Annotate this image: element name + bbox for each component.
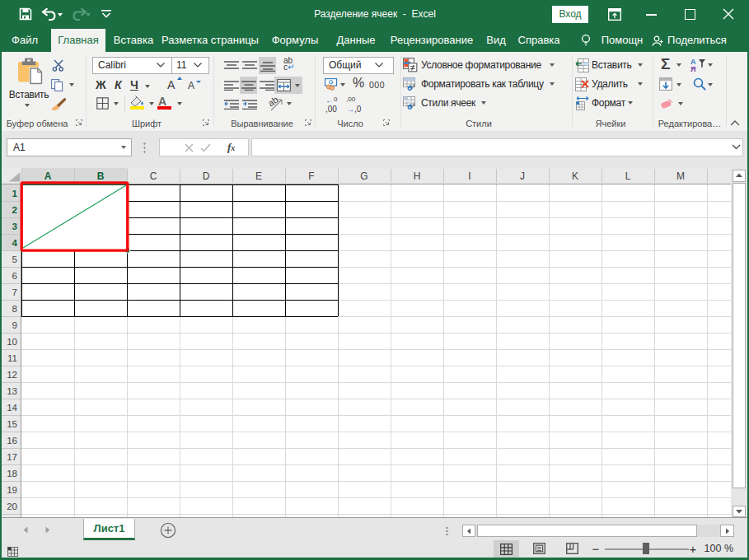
- svg-text:K: K: [572, 170, 578, 182]
- svg-text:B: B: [97, 170, 105, 182]
- svg-text:H: H: [414, 170, 421, 182]
- svg-text:16: 16: [7, 436, 17, 446]
- svg-text:D: D: [203, 170, 210, 182]
- svg-text:13: 13: [7, 386, 17, 396]
- svg-text:9: 9: [12, 320, 17, 330]
- svg-text:3: 3: [12, 222, 17, 231]
- svg-text:7: 7: [12, 287, 17, 297]
- svg-text:5: 5: [12, 254, 17, 264]
- svg-text:6: 6: [12, 271, 17, 281]
- svg-text:10: 10: [7, 337, 17, 347]
- svg-text:20: 20: [7, 502, 17, 511]
- svg-text:17: 17: [7, 452, 17, 462]
- svg-text:F: F: [308, 170, 314, 182]
- svg-text:12: 12: [7, 370, 17, 380]
- svg-text:A: A: [44, 170, 52, 182]
- svg-text:I: I: [468, 170, 470, 182]
- svg-text:15: 15: [7, 419, 17, 429]
- svg-text:4: 4: [12, 238, 18, 248]
- svg-text:Я: Я: [690, 65, 695, 72]
- svg-text:L: L: [625, 170, 631, 182]
- svg-text:14: 14: [7, 403, 17, 413]
- svg-text:C: C: [150, 170, 157, 182]
- svg-text:19: 19: [7, 485, 17, 495]
- svg-text:18: 18: [7, 469, 17, 478]
- svg-text:8: 8: [12, 304, 17, 314]
- svg-text:J: J: [520, 170, 525, 182]
- svg-text:E: E: [255, 170, 262, 182]
- svg-text:M: M: [676, 170, 685, 182]
- svg-text:2: 2: [12, 205, 17, 215]
- svg-text:11: 11: [7, 353, 17, 363]
- svg-text:1: 1: [12, 189, 18, 198]
- svg-text:G: G: [360, 170, 367, 182]
